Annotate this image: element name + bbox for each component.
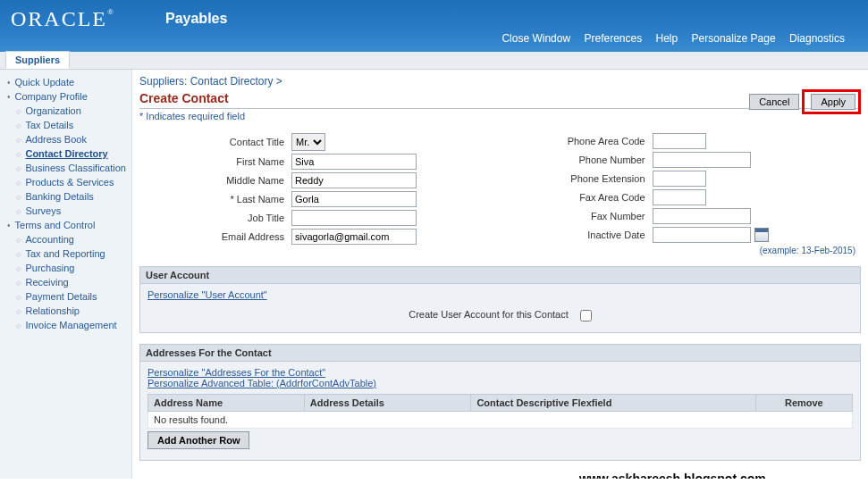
phone-number-input[interactable] [653,152,751,168]
fax-area-input[interactable] [653,189,706,205]
middle-name-input[interactable] [291,172,417,188]
sidebar-item-accounting[interactable]: Accounting [4,232,128,246]
sidebar-item-contact-directory[interactable]: Contact Directory [4,146,128,161]
form-left-column: Contact Title Mr. First Name Middle Name… [139,130,501,255]
sidebar-item-invoice-management[interactable]: Invoice Management [4,318,128,332]
sidebar-item-purchasing[interactable]: Purchasing [4,261,128,275]
sidebar-link[interactable]: Company Profile [15,91,88,102]
top-nav: Close Window Preferences Help Personaliz… [496,32,850,45]
nav-preferences[interactable]: Preferences [584,32,642,45]
col-address-name[interactable]: Address Name [148,394,305,411]
no-results: No results found. [148,411,853,428]
phone-area-label: Phone Area Code [501,136,653,146]
date-example: (example: 13-Feb-2015) [501,246,862,255]
sidebar-link[interactable]: Relationship [25,305,80,316]
add-another-row-button[interactable]: Add Another Row [147,431,249,449]
sidebar-link[interactable]: Products & Services [25,177,114,188]
phone-ext-label: Phone Extension [501,173,653,184]
sidebar-link[interactable]: Invoice Management [25,320,116,330]
sidebar-link[interactable]: Accounting [25,234,73,245]
col-address-details[interactable]: Address Details [304,394,471,411]
sidebar-link[interactable]: Terms and Control [15,220,96,230]
user-account-section: User Account Personalize "User Account" … [139,266,861,333]
phone-number-label: Phone Number [501,154,653,165]
sidebar-item-company-profile[interactable]: Company Profile [4,89,128,104]
main-content: Suppliers: Contact Directory > Create Co… [132,70,868,479]
inactive-date-label: Inactive Date [501,230,653,240]
fax-number-input[interactable] [653,208,751,224]
action-buttons: Cancel Apply [746,89,861,114]
app-header: ORACLE® Payables Close Window Preference… [0,0,868,52]
fax-area-label: Fax Area Code [501,192,653,203]
sidebar-link[interactable]: Purchasing [25,263,74,273]
registered-mark: ® [107,7,114,16]
last-name-label: * Last Name [139,194,291,205]
sidebar-item-business-classification[interactable]: Business Classification [4,161,128,175]
sidebar-item-products-services[interactable]: Products & Services [4,175,128,189]
first-name-input[interactable] [291,154,417,170]
create-user-account-checkbox[interactable] [580,310,592,321]
sidebar-item-organization[interactable]: Organization [4,104,128,118]
sidebar-item-quick-update[interactable]: Quick Update [4,75,128,89]
create-user-account-label: Create User Account for this Contact [409,309,569,320]
nav-diagnostics[interactable]: Diagnostics [789,32,845,45]
sidebar-link[interactable]: Business Classification [25,163,126,173]
personalize-user-account-link[interactable]: Personalize "User Account" [147,289,267,300]
phone-area-input[interactable] [653,133,706,149]
sidebar-link[interactable]: Tax and Reporting [25,248,105,259]
personalize-adv-table-link[interactable]: Personalize Advanced Table: (AddrforCont… [147,378,376,388]
sidebar-item-address-book[interactable]: Address Book [4,132,128,146]
watermark: www.askhareesh.blogspot.com [579,472,766,479]
col-remove[interactable]: Remove [755,394,852,411]
sidebar-link[interactable]: Receiving [25,277,68,288]
sidebar-link[interactable]: Payment Details [25,291,97,302]
job-title-input[interactable] [291,210,417,226]
personalize-addresses-link[interactable]: Personalize "Addresses For the Contact" [147,367,325,378]
fax-number-label: Fax Number [501,211,653,221]
col-flexfield[interactable]: Contact Descriptive Flexfield [471,394,755,411]
sidebar-link[interactable]: Contact Directory [25,148,107,159]
tab-suppliers[interactable]: Suppliers [5,51,70,69]
contact-form: Contact Title Mr. First Name Middle Name… [139,130,861,255]
form-right-column: Phone Area Code Phone Number Phone Exten… [501,130,862,255]
sidebar-item-surveys[interactable]: Surveys [4,204,128,218]
sidebar-item-tax-details[interactable]: Tax Details [4,118,128,132]
contact-title-label: Contact Title [139,137,291,147]
cancel-button[interactable]: Cancel [749,94,799,110]
addresses-section: Addresses For the Contact Personalize "A… [139,344,861,461]
oracle-logo: ORACLE® [11,7,114,31]
sidebar-item-tax-and-reporting[interactable]: Tax and Reporting [4,246,128,261]
nav-close-window[interactable]: Close Window [501,32,570,45]
first-name-label: First Name [139,156,291,167]
calendar-icon[interactable] [754,228,769,242]
sidebar-link[interactable]: Surveys [25,205,61,216]
phone-ext-input[interactable] [653,171,706,187]
addresses-table: Address Name Address Details Contact Des… [147,394,853,429]
sidebar-item-banking-details[interactable]: Banking Details [4,189,128,204]
apply-highlight: Apply [802,89,861,114]
sidebar-link[interactable]: Organization [25,105,80,116]
sidebar-item-receiving[interactable]: Receiving [4,275,128,289]
sidebar-link[interactable]: Banking Details [25,191,93,202]
sidebar-item-payment-details[interactable]: Payment Details [4,289,128,304]
breadcrumb[interactable]: Suppliers: Contact Directory > [139,73,861,91]
tab-bar: Suppliers [0,52,868,70]
inactive-date-input[interactable] [653,227,751,243]
user-account-header: User Account [140,267,860,284]
nav-help[interactable]: Help [656,32,678,45]
sidebar-link[interactable]: Tax Details [25,120,73,130]
email-label: Email Address [139,231,291,242]
job-title-label: Job Title [139,213,291,223]
addresses-header: Addresses For the Contact [140,345,860,362]
last-name-input[interactable] [291,191,417,207]
contact-title-select[interactable]: Mr. [291,133,325,151]
brand-text: ORACLE [11,7,107,30]
sidebar-link[interactable]: Address Book [25,134,86,145]
nav-personalize-page[interactable]: Personalize Page [692,32,776,45]
email-input[interactable] [291,229,417,245]
sidebar-item-terms-and-control[interactable]: Terms and Control [4,218,128,232]
sidebar-item-relationship[interactable]: Relationship [4,304,128,318]
apply-button[interactable]: Apply [811,94,855,110]
table-row: No results found. [148,411,853,428]
sidebar-link[interactable]: Quick Update [15,77,75,88]
